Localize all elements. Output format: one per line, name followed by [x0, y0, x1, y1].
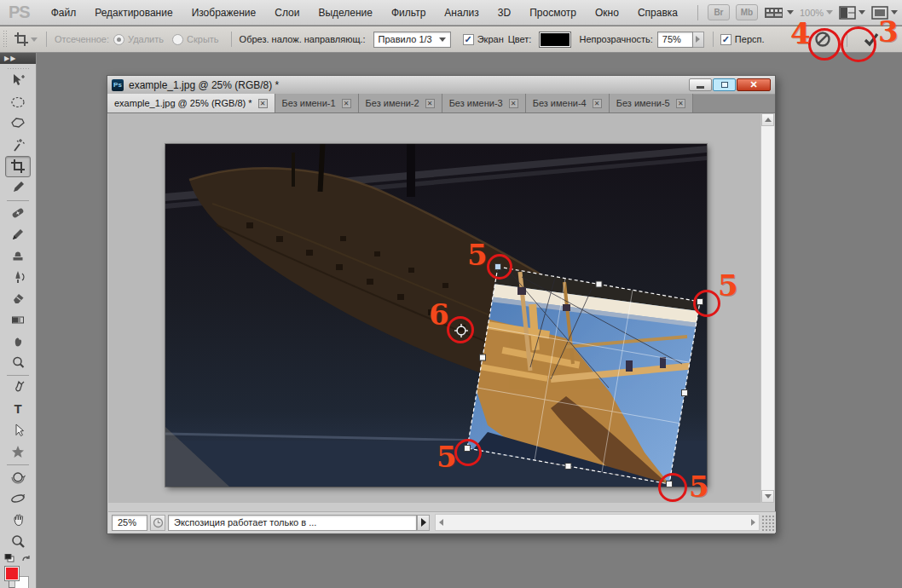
tools-panel: ▶▶ T — [0, 53, 37, 588]
restore-button[interactable] — [713, 78, 736, 91]
tools-separator — [7, 375, 29, 376]
crop-handle-bottom-mid[interactable] — [565, 464, 571, 470]
opacity-input[interactable]: 75% — [657, 32, 693, 48]
arrange-documents-button[interactable] — [839, 6, 865, 20]
scroll-down-button[interactable] — [761, 490, 774, 503]
perspective-checkbox[interactable]: ✓ Персп. — [720, 34, 765, 45]
crop-handle-bottom-right[interactable] — [667, 481, 673, 487]
tool-3d-rotate[interactable] — [5, 467, 31, 488]
document-tab-2[interactable]: Без имени-2✕ — [359, 94, 442, 112]
tool-clone-stamp[interactable] — [5, 245, 31, 267]
minibridge-button[interactable]: Mb — [736, 4, 758, 20]
tab-close-icon[interactable]: ✕ — [342, 99, 351, 108]
tool-history-brush[interactable] — [5, 267, 31, 288]
filmstrip-icon — [764, 6, 784, 20]
crop-tool-preset[interactable] — [12, 30, 31, 49]
foreground-color-swatch[interactable] — [4, 566, 20, 581]
menu-справка[interactable]: Справка — [628, 0, 687, 26]
tool-smudge[interactable] — [5, 331, 31, 352]
tab-close-icon[interactable]: ✕ — [593, 99, 602, 108]
default-colors-icon[interactable] — [4, 554, 14, 562]
panel-collapse-bar[interactable]: ▶▶ — [0, 53, 36, 64]
menu-выделение[interactable]: Выделение — [309, 0, 382, 26]
tool-type[interactable]: T — [5, 399, 31, 420]
drag-grip[interactable] — [3, 30, 9, 49]
tool-hand[interactable] — [5, 510, 31, 531]
image-canvas[interactable] — [165, 144, 707, 487]
swap-colors-icon[interactable] — [21, 554, 32, 563]
crop-handle-right-mid[interactable] — [682, 390, 688, 396]
radio-delete[interactable]: Удалить — [113, 34, 164, 45]
crop-handle-top-left[interactable] — [495, 264, 501, 270]
panel-grip[interactable] — [7, 67, 29, 69]
tab-close-icon[interactable]: ✕ — [258, 99, 268, 108]
document-tab-4[interactable]: Без имени-4✕ — [526, 94, 610, 112]
opacity-spinner[interactable] — [693, 32, 704, 48]
menu-bar: PS ФайлРедактированиеИзображениеСлоиВыде… — [0, 0, 902, 26]
menu-изображение[interactable]: Изображение — [182, 0, 266, 26]
commit-crop-button[interactable] — [863, 32, 880, 47]
document-tab-1[interactable]: Без имени-1✕ — [275, 94, 359, 112]
tool-crop[interactable] — [5, 156, 31, 177]
window-title-bar[interactable]: Ps example_1.jpg @ 25% (RGB/8) * ✕ — [107, 76, 775, 95]
menu-анализ[interactable]: Анализ — [435, 0, 489, 26]
tool-pencil[interactable] — [5, 224, 31, 245]
tool-path-select[interactable] — [5, 420, 31, 441]
crop-handle-top-mid[interactable] — [596, 281, 602, 287]
guides-menu-button[interactable] — [764, 6, 794, 20]
resize-grip[interactable] — [761, 514, 775, 532]
menu-3d[interactable]: 3D — [489, 0, 520, 26]
adobe-drive-button[interactable] — [150, 515, 165, 531]
vertical-scrollbar[interactable] — [760, 113, 774, 503]
tab-label: example_1.jpg @ 25% (RGB/8) * — [114, 98, 252, 108]
menu-слои[interactable]: Слои — [265, 0, 309, 26]
crop-handle-bottom-left[interactable] — [465, 446, 471, 452]
tool-polygonal-lasso[interactable] — [5, 113, 31, 135]
tab-close-icon[interactable]: ✕ — [425, 99, 435, 108]
screen-mode-button[interactable] — [871, 6, 898, 20]
tab-close-icon[interactable]: ✕ — [676, 99, 685, 108]
zoom-percent-field[interactable]: 25% — [112, 515, 147, 531]
crop-handle-left-mid[interactable] — [480, 355, 486, 360]
close-button[interactable]: ✕ — [737, 78, 771, 91]
shield-color-swatch[interactable] — [539, 32, 571, 48]
tool-gradient[interactable] — [5, 309, 31, 331]
menu-редактирование[interactable]: Редактирование — [85, 0, 182, 26]
pencil-icon — [9, 226, 26, 243]
tab-close-icon[interactable]: ✕ — [509, 99, 518, 108]
radio-hide[interactable]: Скрыть — [172, 34, 219, 45]
tool-3d-orbit[interactable] — [5, 488, 31, 510]
menu-просмотр[interactable]: Просмотр — [520, 0, 586, 26]
restore-icon — [721, 82, 728, 88]
tool-dodge[interactable] — [5, 352, 31, 373]
tool-elliptical-marquee[interactable] — [5, 92, 31, 113]
horizontal-scrollbar[interactable] — [435, 514, 760, 531]
zoom-level-control[interactable]: 100% — [800, 8, 833, 18]
menu-фильтр[interactable]: Фильтр — [382, 0, 435, 26]
bridge-button[interactable]: Br — [708, 4, 730, 20]
overlay-guides-select[interactable]: Правило 1/3 — [373, 32, 451, 48]
crop-handle-top-right[interactable] — [697, 299, 703, 305]
tool-eraser[interactable] — [5, 288, 31, 309]
document-tab-3[interactable]: Без имени-3✕ — [442, 94, 526, 112]
cancel-crop-button[interactable] — [814, 31, 831, 48]
canvas-area[interactable] — [108, 113, 762, 503]
tool-zoom[interactable] — [5, 531, 31, 552]
tool-pen[interactable] — [5, 378, 31, 399]
tool-healing-brush[interactable] — [5, 203, 31, 224]
document-tab-0[interactable]: example_1.jpg @ 25% (RGB/8) *✕ — [107, 94, 275, 112]
document-tab-5[interactable]: Без имени-5✕ — [610, 94, 693, 112]
tool-move[interactable] — [5, 71, 31, 92]
tool-magic-wand[interactable] — [5, 135, 31, 156]
tool-custom-shape[interactable] — [5, 441, 31, 463]
tool-eyedropper[interactable] — [5, 177, 31, 199]
arrow-left-icon — [439, 519, 443, 526]
shield-label: Экран — [477, 34, 504, 44]
status-options-button[interactable] — [417, 515, 430, 531]
shield-checkbox[interactable]: ✓ Экран — [463, 34, 504, 45]
menu-файл[interactable]: Файл — [42, 0, 86, 26]
scroll-up-button[interactable] — [761, 113, 774, 126]
menu-окно[interactable]: Окно — [586, 0, 628, 26]
minimize-button[interactable] — [689, 78, 712, 91]
arrow-right-icon — [421, 518, 426, 527]
